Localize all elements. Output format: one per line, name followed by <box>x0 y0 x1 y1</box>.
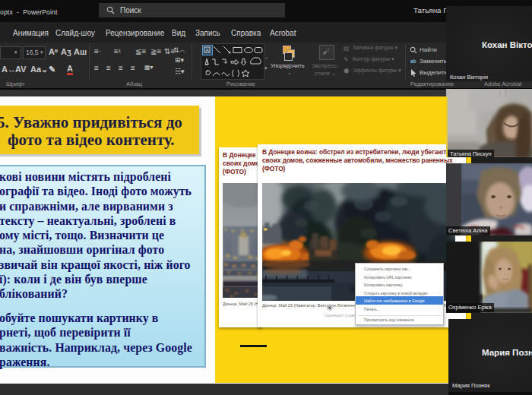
svg-text:A: A <box>206 48 209 52</box>
